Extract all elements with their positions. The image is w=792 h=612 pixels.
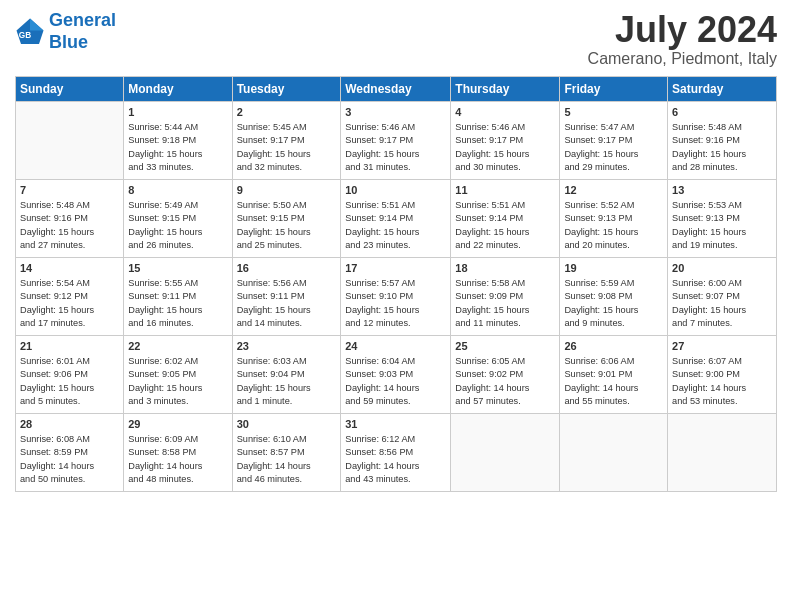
calendar-cell: 19Sunrise: 5:59 AMSunset: 9:08 PMDayligh… <box>560 257 668 335</box>
header-monday: Monday <box>124 76 232 101</box>
day-number: 31 <box>345 417 446 432</box>
cell-content: Sunrise: 5:49 AMSunset: 9:15 PMDaylight:… <box>128 199 227 252</box>
logo-line2: Blue <box>49 32 88 52</box>
calendar-cell: 20Sunrise: 6:00 AMSunset: 9:07 PMDayligh… <box>668 257 777 335</box>
day-number: 15 <box>128 261 227 276</box>
day-number: 16 <box>237 261 337 276</box>
cell-content: Sunrise: 5:55 AMSunset: 9:11 PMDaylight:… <box>128 277 227 330</box>
calendar-cell: 8Sunrise: 5:49 AMSunset: 9:15 PMDaylight… <box>124 179 232 257</box>
calendar-cell: 22Sunrise: 6:02 AMSunset: 9:05 PMDayligh… <box>124 335 232 413</box>
calendar-cell: 23Sunrise: 6:03 AMSunset: 9:04 PMDayligh… <box>232 335 341 413</box>
calendar-week-4: 21Sunrise: 6:01 AMSunset: 9:06 PMDayligh… <box>16 335 777 413</box>
cell-content: Sunrise: 6:05 AMSunset: 9:02 PMDaylight:… <box>455 355 555 408</box>
day-number: 30 <box>237 417 337 432</box>
calendar-cell: 17Sunrise: 5:57 AMSunset: 9:10 PMDayligh… <box>341 257 451 335</box>
calendar-cell: 27Sunrise: 6:07 AMSunset: 9:00 PMDayligh… <box>668 335 777 413</box>
day-number: 14 <box>20 261 119 276</box>
cell-content: Sunrise: 6:06 AMSunset: 9:01 PMDaylight:… <box>564 355 663 408</box>
day-number: 1 <box>128 105 227 120</box>
cell-content: Sunrise: 5:52 AMSunset: 9:13 PMDaylight:… <box>564 199 663 252</box>
day-number: 17 <box>345 261 446 276</box>
cell-content: Sunrise: 6:03 AMSunset: 9:04 PMDaylight:… <box>237 355 337 408</box>
calendar-cell: 24Sunrise: 6:04 AMSunset: 9:03 PMDayligh… <box>341 335 451 413</box>
calendar-week-5: 28Sunrise: 6:08 AMSunset: 8:59 PMDayligh… <box>16 413 777 491</box>
day-number: 26 <box>564 339 663 354</box>
calendar-week-3: 14Sunrise: 5:54 AMSunset: 9:12 PMDayligh… <box>16 257 777 335</box>
day-number: 7 <box>20 183 119 198</box>
cell-content: Sunrise: 6:08 AMSunset: 8:59 PMDaylight:… <box>20 433 119 486</box>
day-number: 5 <box>564 105 663 120</box>
cell-content: Sunrise: 5:48 AMSunset: 9:16 PMDaylight:… <box>672 121 772 174</box>
header: GB General Blue July 2024 Camerano, Pied… <box>15 10 777 68</box>
title-section: July 2024 Camerano, Piedmont, Italy <box>588 10 777 68</box>
logo-icon: GB <box>15 17 45 47</box>
day-number: 4 <box>455 105 555 120</box>
header-wednesday: Wednesday <box>341 76 451 101</box>
day-number: 27 <box>672 339 772 354</box>
calendar-cell: 29Sunrise: 6:09 AMSunset: 8:58 PMDayligh… <box>124 413 232 491</box>
calendar-cell <box>668 413 777 491</box>
day-number: 11 <box>455 183 555 198</box>
cell-content: Sunrise: 5:45 AMSunset: 9:17 PMDaylight:… <box>237 121 337 174</box>
cell-content: Sunrise: 5:58 AMSunset: 9:09 PMDaylight:… <box>455 277 555 330</box>
day-number: 3 <box>345 105 446 120</box>
day-number: 10 <box>345 183 446 198</box>
cell-content: Sunrise: 5:46 AMSunset: 9:17 PMDaylight:… <box>345 121 446 174</box>
cell-content: Sunrise: 5:51 AMSunset: 9:14 PMDaylight:… <box>345 199 446 252</box>
calendar-cell: 28Sunrise: 6:08 AMSunset: 8:59 PMDayligh… <box>16 413 124 491</box>
day-number: 29 <box>128 417 227 432</box>
calendar-cell: 1Sunrise: 5:44 AMSunset: 9:18 PMDaylight… <box>124 101 232 179</box>
calendar-cell: 14Sunrise: 5:54 AMSunset: 9:12 PMDayligh… <box>16 257 124 335</box>
header-thursday: Thursday <box>451 76 560 101</box>
day-number: 8 <box>128 183 227 198</box>
cell-content: Sunrise: 5:50 AMSunset: 9:15 PMDaylight:… <box>237 199 337 252</box>
day-number: 12 <box>564 183 663 198</box>
calendar-cell <box>16 101 124 179</box>
calendar-cell: 11Sunrise: 5:51 AMSunset: 9:14 PMDayligh… <box>451 179 560 257</box>
cell-content: Sunrise: 6:07 AMSunset: 9:00 PMDaylight:… <box>672 355 772 408</box>
calendar-cell <box>560 413 668 491</box>
cell-content: Sunrise: 5:51 AMSunset: 9:14 PMDaylight:… <box>455 199 555 252</box>
month-year-title: July 2024 <box>588 10 777 50</box>
day-number: 24 <box>345 339 446 354</box>
day-number: 6 <box>672 105 772 120</box>
calendar-cell: 30Sunrise: 6:10 AMSunset: 8:57 PMDayligh… <box>232 413 341 491</box>
cell-content: Sunrise: 5:46 AMSunset: 9:17 PMDaylight:… <box>455 121 555 174</box>
calendar-cell: 18Sunrise: 5:58 AMSunset: 9:09 PMDayligh… <box>451 257 560 335</box>
cell-content: Sunrise: 6:04 AMSunset: 9:03 PMDaylight:… <box>345 355 446 408</box>
day-number: 18 <box>455 261 555 276</box>
calendar-cell: 31Sunrise: 6:12 AMSunset: 8:56 PMDayligh… <box>341 413 451 491</box>
calendar-week-1: 1Sunrise: 5:44 AMSunset: 9:18 PMDaylight… <box>16 101 777 179</box>
logo: GB General Blue <box>15 10 116 53</box>
svg-marker-1 <box>30 18 44 30</box>
cell-content: Sunrise: 6:02 AMSunset: 9:05 PMDaylight:… <box>128 355 227 408</box>
day-number: 25 <box>455 339 555 354</box>
header-sunday: Sunday <box>16 76 124 101</box>
svg-text:GB: GB <box>19 31 31 40</box>
cell-content: Sunrise: 5:56 AMSunset: 9:11 PMDaylight:… <box>237 277 337 330</box>
calendar-cell: 9Sunrise: 5:50 AMSunset: 9:15 PMDaylight… <box>232 179 341 257</box>
logo-text: General Blue <box>49 10 116 53</box>
day-number: 2 <box>237 105 337 120</box>
header-tuesday: Tuesday <box>232 76 341 101</box>
location-text: Camerano, Piedmont, Italy <box>588 50 777 68</box>
calendar-cell: 25Sunrise: 6:05 AMSunset: 9:02 PMDayligh… <box>451 335 560 413</box>
header-friday: Friday <box>560 76 668 101</box>
header-saturday: Saturday <box>668 76 777 101</box>
calendar-cell: 21Sunrise: 6:01 AMSunset: 9:06 PMDayligh… <box>16 335 124 413</box>
calendar-cell: 2Sunrise: 5:45 AMSunset: 9:17 PMDaylight… <box>232 101 341 179</box>
day-number: 21 <box>20 339 119 354</box>
calendar-cell: 6Sunrise: 5:48 AMSunset: 9:16 PMDaylight… <box>668 101 777 179</box>
calendar-cell <box>451 413 560 491</box>
cell-content: Sunrise: 6:09 AMSunset: 8:58 PMDaylight:… <box>128 433 227 486</box>
calendar-table: Sunday Monday Tuesday Wednesday Thursday… <box>15 76 777 492</box>
page-container: GB General Blue July 2024 Camerano, Pied… <box>0 0 792 502</box>
day-number: 13 <box>672 183 772 198</box>
cell-content: Sunrise: 6:00 AMSunset: 9:07 PMDaylight:… <box>672 277 772 330</box>
calendar-week-2: 7Sunrise: 5:48 AMSunset: 9:16 PMDaylight… <box>16 179 777 257</box>
calendar-cell: 12Sunrise: 5:52 AMSunset: 9:13 PMDayligh… <box>560 179 668 257</box>
day-number: 28 <box>20 417 119 432</box>
day-number: 20 <box>672 261 772 276</box>
day-number: 19 <box>564 261 663 276</box>
calendar-cell: 15Sunrise: 5:55 AMSunset: 9:11 PMDayligh… <box>124 257 232 335</box>
